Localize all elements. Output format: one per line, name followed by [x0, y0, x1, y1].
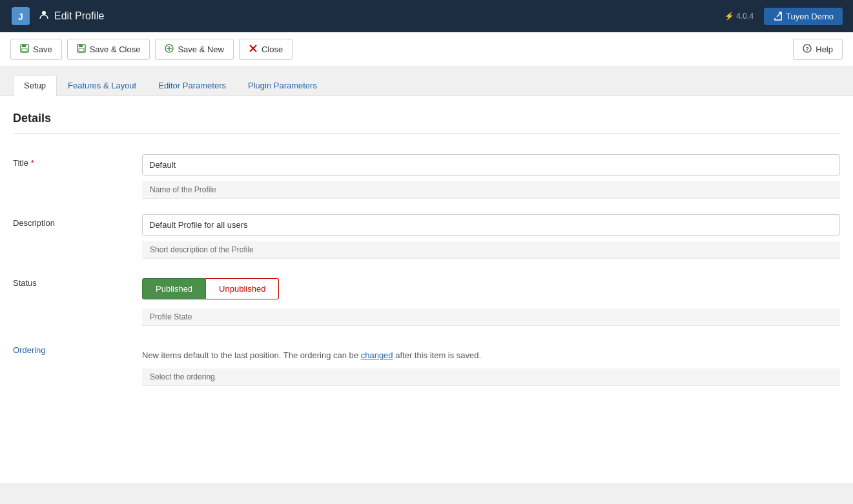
- tab-features-layout[interactable]: Features & Layout: [57, 75, 147, 96]
- ordering-hint-row: Select the ordering.: [13, 368, 840, 386]
- svg-text:?: ?: [806, 46, 810, 52]
- ordering-text: New items default to the last position. …: [142, 341, 840, 363]
- svg-text:J: J: [18, 12, 23, 22]
- close-button[interactable]: Close: [239, 39, 293, 60]
- status-input-area: Published Unpublished: [142, 269, 840, 308]
- close-label: Close: [262, 45, 283, 54]
- navbar-right: ⚡ 4.0.4 Tuyen Demo: [725, 8, 843, 25]
- user-name: Tuyen Demo: [786, 12, 834, 21]
- tabs-bar: Setup Features & Layout Editor Parameter…: [0, 67, 853, 96]
- description-row: Description: [13, 209, 840, 241]
- save-new-label: Save & New: [178, 45, 224, 54]
- title-input-area: [142, 149, 840, 181]
- ordering-text-after: after this item is saved.: [395, 350, 481, 360]
- help-icon: ?: [803, 44, 812, 55]
- page-title: Edit Profile: [54, 10, 104, 22]
- description-input[interactable]: [142, 214, 840, 236]
- user-icon-nav: [39, 10, 49, 23]
- description-input-area: [142, 209, 840, 241]
- navbar: J Edit Profile ⚡ 4.0.4 Tuyen Demo: [0, 0, 853, 32]
- close-icon: [249, 44, 258, 55]
- save-close-button[interactable]: Save & Close: [67, 39, 150, 60]
- version-badge: ⚡ 4.0.4: [725, 12, 754, 21]
- save-new-button[interactable]: Save & New: [155, 39, 234, 60]
- title-required: *: [31, 158, 34, 168]
- ordering-input-area: New items default to the last position. …: [142, 336, 840, 368]
- ordering-label: Ordering: [13, 336, 142, 364]
- unpublished-button[interactable]: Unpublished: [206, 278, 279, 299]
- title-label: Title *: [13, 149, 142, 177]
- tab-plugin-parameters[interactable]: Plugin Parameters: [237, 75, 328, 96]
- toolbar-right: ? Help: [793, 39, 843, 60]
- title-row: Title *: [13, 149, 840, 181]
- tab-setup[interactable]: Setup: [13, 75, 57, 96]
- save-close-icon: [77, 44, 86, 55]
- svg-rect-5: [22, 48, 27, 52]
- user-menu-button[interactable]: Tuyen Demo: [764, 8, 843, 25]
- joomla-logo-icon[interactable]: J: [10, 6, 31, 26]
- description-hint-row: Short description of the Profile: [13, 241, 840, 259]
- navbar-left: J Edit Profile: [10, 6, 104, 26]
- save-icon: [20, 44, 29, 55]
- svg-rect-8: [79, 48, 84, 52]
- ordering-text-before: New items default to the last position. …: [142, 350, 358, 360]
- svg-point-2: [42, 11, 46, 15]
- ordering-row: Ordering New items default to the last p…: [13, 336, 840, 368]
- svg-rect-4: [22, 45, 26, 47]
- help-label: Help: [816, 45, 833, 54]
- save-label: Save: [33, 45, 52, 54]
- status-label: Status: [13, 269, 142, 297]
- ordering-link[interactable]: changed: [361, 350, 393, 360]
- section-title: Details: [13, 112, 840, 134]
- title-hint-row: Name of the Profile: [13, 181, 840, 199]
- toolbar: Save Save & Close Save & New: [0, 32, 853, 67]
- status-toggle: Published Unpublished: [142, 278, 840, 299]
- description-hint: Short description of the Profile: [142, 241, 840, 259]
- tab-editor-parameters[interactable]: Editor Parameters: [147, 75, 237, 96]
- title-input[interactable]: [142, 154, 840, 176]
- help-button[interactable]: ? Help: [793, 39, 843, 60]
- form-area: Details Title * Name of the Profile Desc…: [0, 96, 853, 483]
- save-new-icon: [165, 44, 174, 55]
- published-button[interactable]: Published: [142, 278, 206, 299]
- svg-rect-7: [79, 45, 83, 47]
- content-area: Setup Features & Layout Editor Parameter…: [0, 67, 853, 483]
- save-close-label: Save & Close: [90, 45, 141, 54]
- status-hint-row: Profile State: [13, 308, 840, 326]
- page-heading: Edit Profile: [39, 10, 104, 23]
- save-button[interactable]: Save: [10, 39, 62, 60]
- description-label: Description: [13, 209, 142, 237]
- status-row: Status Published Unpublished: [13, 269, 840, 308]
- title-hint: Name of the Profile: [142, 181, 840, 199]
- status-hint: Profile State: [142, 308, 840, 326]
- ordering-hint: Select the ordering.: [142, 368, 840, 386]
